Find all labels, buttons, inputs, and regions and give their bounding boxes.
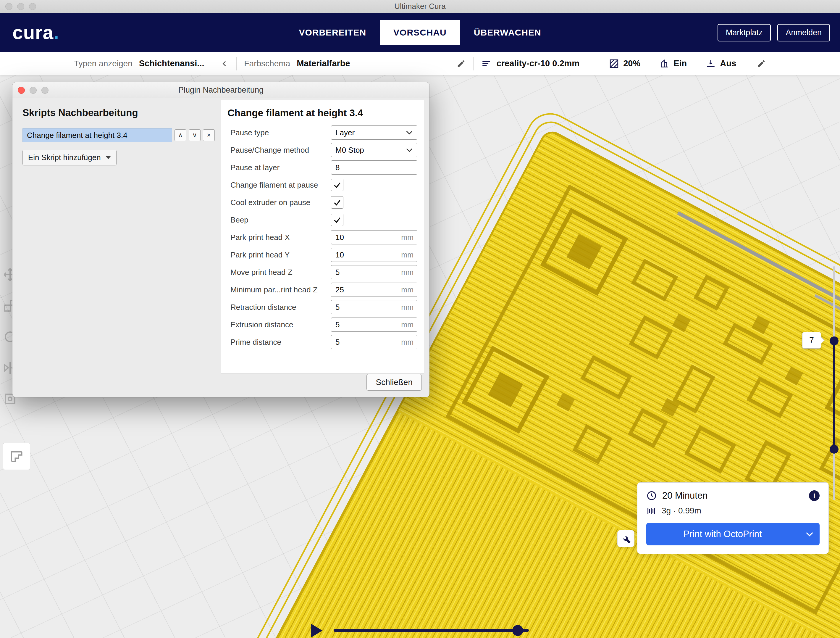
layer-slider-top-handle[interactable]: [830, 336, 838, 345]
divider: [473, 57, 474, 70]
extrusion-distance-field[interactable]: mm: [331, 318, 417, 332]
window-title: Ultimaker Cura: [394, 2, 445, 11]
move-print-head-z-field[interactable]: mm: [331, 265, 417, 279]
print-with-octoprint-button[interactable]: Print with OctoPrint: [646, 523, 819, 545]
dialog-titlebar[interactable]: Plugin Nachbearbeitung: [13, 82, 429, 98]
remove-script-button[interactable]: ×: [203, 129, 215, 141]
park-print-head-x-field[interactable]: mm: [331, 230, 417, 244]
print-button-label: Print with OctoPrint: [646, 529, 799, 540]
cool-extruder-checkbox[interactable]: [331, 196, 343, 209]
support-value: Ein: [673, 59, 687, 68]
field-row: Beep: [227, 212, 417, 227]
chevron-down-icon: [406, 130, 413, 135]
field-row: Move print head Z mm: [227, 265, 417, 280]
infill-value: 20%: [623, 59, 640, 68]
field-label: Pause at layer: [227, 163, 331, 172]
layer-indicator-value: 7: [809, 336, 814, 345]
field-row: Pause/Change method M0 Stop: [227, 142, 417, 157]
minimize-window-icon[interactable]: [17, 3, 24, 10]
info-icon[interactable]: i: [809, 490, 819, 501]
divider: [236, 57, 237, 70]
unit-label: mm: [401, 303, 414, 312]
move-script-up-button[interactable]: ∧: [175, 129, 186, 141]
object-list-panel[interactable]: [3, 443, 30, 470]
layers-steps-icon: [9, 449, 24, 464]
script-settings-card: Change filament at height 3.4 Pause type…: [221, 100, 424, 374]
unit-label: mm: [401, 320, 414, 329]
view-type-label: Typen anzeigen: [74, 59, 133, 68]
add-script-button[interactable]: Ein Skript hinzufügen: [22, 150, 117, 165]
marketplace-button[interactable]: Marktplatz: [718, 24, 771, 41]
wrench-icon: [621, 534, 631, 544]
add-script-label: Ein Skript hinzufügen: [28, 153, 101, 162]
tab-ueberwachen[interactable]: ÜBERWACHEN: [460, 20, 555, 45]
pause-at-layer-field[interactable]: [331, 160, 417, 174]
stage-tabs: VORBEREITEN VORSCHAU ÜBERWACHEN: [285, 13, 554, 52]
close-dialog-button[interactable]: Schließen: [366, 374, 422, 391]
scripts-heading: Skripts Nachbearbeitung: [22, 107, 215, 119]
retraction-distance-field[interactable]: mm: [331, 300, 417, 314]
color-scheme-value[interactable]: Materialfarbe: [297, 59, 350, 68]
macos-window-controls[interactable]: [5, 3, 36, 10]
checkmark-icon: [333, 216, 341, 224]
chevron-down-icon: [806, 532, 813, 537]
clock-icon: [646, 490, 657, 501]
signin-button[interactable]: Anmelden: [777, 24, 830, 41]
checkmark-icon: [333, 181, 341, 189]
tab-vorbereiten[interactable]: VORBEREITEN: [285, 20, 380, 45]
dialog-window-controls[interactable]: [18, 87, 49, 94]
print-options-chevron[interactable]: [799, 523, 819, 545]
caret-down-icon: [106, 156, 111, 159]
settings-heading: Change filament at height 3.4: [227, 108, 417, 119]
field-label: Extrusion distance: [227, 320, 331, 329]
dialog-close-icon[interactable]: [18, 87, 25, 94]
print-summary-panel: 20 Minuten i 3g · 0.99m Print with OctoP…: [637, 482, 829, 554]
layer-slider-range[interactable]: [833, 341, 835, 449]
prime-distance-field[interactable]: mm: [331, 335, 417, 349]
timeline-track[interactable]: [334, 629, 529, 632]
infill-icon: [609, 59, 619, 69]
printer-profile-value[interactable]: creality-cr-10 0.2mm: [497, 59, 580, 68]
support-icon: [659, 59, 669, 69]
dialog-zoom-icon[interactable]: [41, 87, 49, 94]
timeline-handle[interactable]: [512, 625, 523, 636]
chevron-down-icon: [406, 148, 413, 152]
cura-logo: cura.: [13, 22, 59, 43]
field-row: Extrusion distance mm: [227, 317, 417, 332]
move-script-down-button[interactable]: ∨: [189, 129, 201, 141]
layer-indicator-tooltip: 7: [802, 332, 821, 348]
field-label: Pause/Change method: [227, 146, 331, 155]
field-row: Minimum par...rint head Z mm: [227, 282, 417, 297]
selected-script-item[interactable]: Change filament at height 3.4: [22, 128, 172, 142]
edit-view-icon[interactable]: [457, 59, 466, 68]
minimum-print-head-z-field[interactable]: mm: [331, 283, 417, 297]
zoom-window-icon[interactable]: [29, 3, 36, 10]
select-value: M0 Stop: [335, 146, 364, 155]
collapse-chevron-icon[interactable]: [221, 60, 229, 68]
change-filament-checkbox[interactable]: [331, 179, 343, 191]
edit-print-settings-icon[interactable]: [757, 59, 766, 68]
field-input[interactable]: [331, 161, 417, 174]
view-toolbar: Typen anzeigen Schichtenansi... Farbsche…: [0, 52, 840, 75]
unit-label: mm: [401, 286, 414, 294]
unit-label: mm: [401, 268, 414, 277]
print-settings-tool-button[interactable]: [617, 530, 635, 547]
field-label: Cool extruder on pause: [227, 198, 331, 207]
tab-vorschau[interactable]: VORSCHAU: [380, 20, 460, 45]
unit-label: mm: [401, 233, 414, 242]
pause-type-select[interactable]: Layer: [331, 125, 417, 140]
material-icon: [646, 506, 656, 516]
field-label: Minimum par...rint head Z: [227, 285, 331, 294]
field-label: Pause type: [227, 128, 331, 137]
beep-checkbox[interactable]: [331, 214, 343, 226]
park-print-head-y-field[interactable]: mm: [331, 248, 417, 262]
close-window-icon[interactable]: [5, 3, 13, 10]
play-button[interactable]: [311, 624, 322, 637]
field-label: Prime distance: [227, 338, 331, 347]
field-row: Prime distance mm: [227, 335, 417, 350]
dialog-minimize-icon[interactable]: [30, 87, 37, 94]
view-type-value[interactable]: Schichtenansi...: [139, 59, 204, 68]
pause-method-select[interactable]: M0 Stop: [331, 143, 417, 157]
adhesion-icon: [706, 59, 716, 69]
layer-slider-bottom-handle[interactable]: [830, 445, 838, 454]
